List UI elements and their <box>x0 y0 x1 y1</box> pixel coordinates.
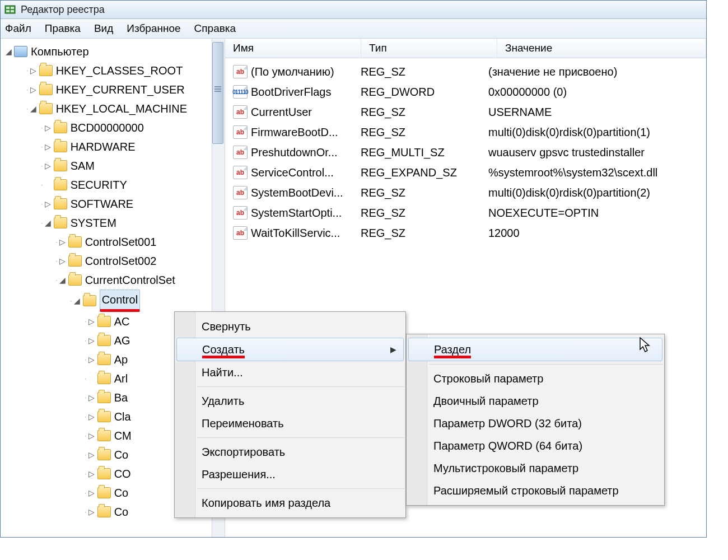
tree-expander-icon[interactable]: ▷ <box>87 502 96 521</box>
tree-expander-icon[interactable]: ▷ <box>87 445 96 464</box>
menu-item[interactable]: Параметр QWORD (64 бита) <box>407 435 664 457</box>
titlebar[interactable]: Редактор реестра <box>1 1 706 19</box>
menu-item[interactable]: Параметр DWORD (32 бита) <box>407 412 664 435</box>
context-submenu-new[interactable]: РазделСтроковый параметрДвоичный парамет… <box>406 334 665 506</box>
tree-expander-icon[interactable]: ▷ <box>87 426 96 445</box>
menu-item-label: Расширяемый строковый параметр <box>433 484 619 497</box>
value-row[interactable]: abSystemStartOpti...REG_SZ NOEXECUTE=OPT… <box>225 203 706 223</box>
menu-item[interactable]: Раздел <box>408 338 662 361</box>
menu-item[interactable]: Строковый параметр <box>407 367 664 390</box>
col-value[interactable]: Значение <box>497 39 706 58</box>
tree-expander-icon[interactable]: ▷ <box>44 137 53 156</box>
value-row[interactable]: abServiceControl...REG_EXPAND_SZ%systemr… <box>225 162 706 183</box>
tree-item[interactable]: · ▷SAM <box>4 156 225 175</box>
window-title: Редактор реестра <box>21 4 105 16</box>
tree-expander-icon[interactable]: ▷ <box>87 331 96 350</box>
tree-item[interactable]: · ▷SOFTWARE <box>4 194 225 213</box>
tree-expander-icon[interactable]: ▷ <box>44 156 53 175</box>
tree-expander-icon[interactable]: ▷ <box>87 483 96 502</box>
tree-expander-icon[interactable]: ▷ <box>87 407 96 426</box>
value-data: (значение не присвоено) <box>488 66 706 78</box>
menu-item[interactable]: Найти... <box>175 361 405 384</box>
tree-expander-icon[interactable]: ▷ <box>44 194 53 213</box>
menu-view[interactable]: Вид <box>94 22 113 35</box>
menu-separator <box>197 437 404 438</box>
tree-item-label: Co <box>114 483 129 502</box>
tree-expander-icon[interactable]: ▷ <box>87 350 96 369</box>
value-row[interactable]: abWaitToKillServic...REG_SZ12000 <box>225 223 706 243</box>
menu-item[interactable]: Переименовать <box>175 412 405 435</box>
menu-item[interactable]: Создать▶ <box>176 338 404 361</box>
value-row[interactable]: abCurrentUserREG_SZUSERNAME <box>225 102 706 122</box>
tree-item[interactable]: · ▷BCD00000000 <box>4 118 225 137</box>
tree-item[interactable]: · ▷HARDWARE <box>4 137 225 156</box>
tree-item[interactable]: · ◢CurrentControlSet <box>4 270 225 290</box>
tree-item-label: HKEY_CLASSES_ROOT <box>56 61 183 80</box>
value-row[interactable]: abPreshutdownOr...REG_MULTI_SZwuauserv g… <box>225 142 706 162</box>
tree-item[interactable]: · ◢HKEY_LOCAL_MACHINE <box>4 99 225 118</box>
tree-expander-icon[interactable]: ◢ <box>73 291 82 310</box>
tree-expander-icon[interactable]: ▷ <box>87 388 96 407</box>
tree-item-label: SECURITY <box>71 175 127 194</box>
menu-item[interactable]: Двоичный параметр <box>407 390 664 412</box>
menubar[interactable]: Файл Правка Вид Избранное Справка <box>1 19 706 39</box>
folder-icon <box>68 236 82 248</box>
tree-expander-icon[interactable]: ▷ <box>87 312 96 331</box>
tree-item[interactable]: · ▷ControlSet001 <box>4 232 225 251</box>
menu-favorites[interactable]: Избранное <box>127 22 180 35</box>
value-data: NOEXECUTE=OPTIN <box>488 207 706 220</box>
scrollbar-thumb[interactable] <box>212 42 223 144</box>
tree-root[interactable]: ◢Компьютер <box>4 42 225 61</box>
tree-expander-icon[interactable]: ◢ <box>58 270 67 290</box>
tree-item[interactable]: · SECURITY <box>4 175 225 194</box>
menu-item[interactable]: Удалить <box>175 390 405 412</box>
menu-separator <box>197 488 404 489</box>
folder-icon <box>68 274 82 286</box>
tree-expander-icon[interactable]: ▷ <box>29 80 38 99</box>
tree-expander-icon[interactable]: ◢ <box>29 99 38 118</box>
tree-expander-icon[interactable]: ▷ <box>87 464 96 483</box>
menu-item[interactable]: Разрешения... <box>175 463 405 486</box>
menu-edit[interactable]: Правка <box>45 22 81 35</box>
menu-help[interactable]: Справка <box>194 22 236 35</box>
tree-expander-icon[interactable]: ◢ <box>44 213 53 232</box>
value-row[interactable]: abFirmwareBootD...REG_SZmulti(0)disk(0)r… <box>225 122 706 142</box>
tree-expander-icon[interactable]: ▷ <box>58 251 67 270</box>
col-type[interactable]: Тип <box>361 39 497 58</box>
tree-expander-icon[interactable]: ▷ <box>29 61 38 80</box>
value-data: multi(0)disk(0)rdisk(0)partition(2) <box>488 186 706 199</box>
menu-file[interactable]: Файл <box>5 22 31 35</box>
menu-item[interactable]: Копировать имя раздела <box>175 492 405 514</box>
tree-expander-icon[interactable]: ▷ <box>44 118 53 137</box>
menu-item[interactable]: Свернуть <box>175 315 405 338</box>
menu-item[interactable]: Мультистроковый параметр <box>407 457 664 479</box>
tree-expander-icon[interactable]: ▷ <box>58 232 67 251</box>
value-row[interactable]: 011110BootDriverFlagsREG_DWORD0x00000000… <box>225 82 706 102</box>
tree-item-label: BCD00000000 <box>71 118 144 137</box>
value-data: multi(0)disk(0)rdisk(0)partition(1) <box>488 126 706 139</box>
menu-separator <box>197 386 404 387</box>
value-row[interactable]: abSystemBootDevi...REG_SZmulti(0)disk(0)… <box>225 183 706 203</box>
tree-item[interactable]: · ◢Control <box>4 290 225 312</box>
tree-item-label: Control <box>100 290 140 312</box>
tree-item-label: HKEY_CURRENT_USER <box>56 80 185 99</box>
value-data: 0x00000000 (0) <box>488 86 706 99</box>
menu-item[interactable]: Экспортировать <box>175 441 405 463</box>
menu-item[interactable]: Расширяемый строковый параметр <box>407 479 664 502</box>
value-row[interactable]: ab(По умолчанию)REG_SZ(значение не присв… <box>225 62 706 82</box>
tree-item[interactable]: · ▷HKEY_CURRENT_USER <box>4 80 225 99</box>
value-name: SystemStartOpti... <box>251 207 342 220</box>
folder-icon <box>97 354 111 365</box>
tree-item-label: HKEY_LOCAL_MACHINE <box>56 99 188 118</box>
context-menu[interactable]: СвернутьСоздать▶Найти...УдалитьПереимено… <box>174 311 406 518</box>
tree-item-label: SOFTWARE <box>71 194 134 213</box>
col-name[interactable]: Имя <box>225 39 361 58</box>
tree-expander-icon[interactable]: ◢ <box>4 42 13 61</box>
tree-item-label: CurrentControlSet <box>85 270 175 290</box>
values-header[interactable]: Имя Тип Значение <box>225 39 706 58</box>
value-type: REG_SZ <box>361 66 488 78</box>
tree-item[interactable]: · ▷HKEY_CLASSES_ROOT <box>4 61 225 80</box>
reg-bin-icon: 011110 <box>233 85 248 99</box>
tree-item[interactable]: · ▷ControlSet002 <box>4 251 225 270</box>
tree-item[interactable]: · ◢SYSTEM <box>4 213 225 232</box>
